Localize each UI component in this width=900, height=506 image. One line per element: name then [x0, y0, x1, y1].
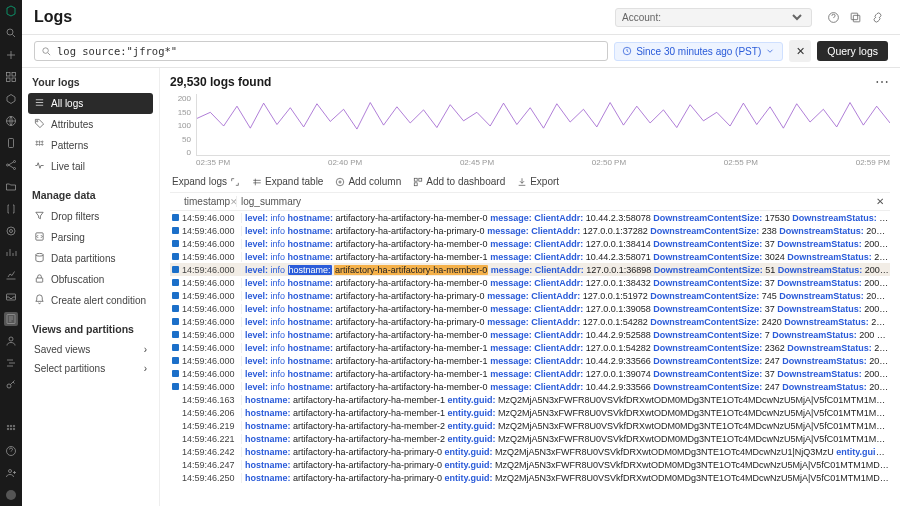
clear-button[interactable]: ✕ [789, 40, 811, 62]
table-row[interactable]: 14:59:46.000level: info hostname: artifa… [170, 328, 890, 341]
results-toolbar: Expand logs Expand table Add column Add … [170, 171, 890, 193]
svg-point-19 [13, 425, 15, 427]
svg-point-15 [9, 337, 13, 341]
sidebar-item-parsing[interactable]: Parsing [28, 227, 153, 248]
grid-icon[interactable] [4, 70, 18, 84]
log-table: timestamp✕ log_summary✕ 14:59:46.000leve… [170, 193, 890, 506]
export-button[interactable]: Export [517, 176, 559, 187]
table-row[interactable]: 14:59:46.000level: info hostname: artifa… [170, 367, 890, 380]
user-icon[interactable] [4, 334, 18, 348]
inbox-icon[interactable] [4, 290, 18, 304]
table-row[interactable]: 14:59:46.000level: info hostname: artifa… [170, 315, 890, 328]
copy-icon[interactable] [844, 6, 866, 28]
sidebar-item-attributes[interactable]: Attributes [28, 114, 153, 135]
histogram-chart: 200150100500 02:35 PM02:40 PM02:45 PM02:… [170, 94, 890, 169]
table-row[interactable]: 14:59:46.000level: info hostname: artifa… [170, 289, 890, 302]
search-input[interactable] [57, 45, 601, 57]
table-row[interactable]: 14:59:46.206hostname: artifactory-ha-art… [170, 406, 890, 419]
table-row[interactable]: 14:59:46.000level: info hostname: artifa… [170, 380, 890, 393]
expand-logs-button[interactable]: Expand logs [172, 176, 240, 187]
phone-icon[interactable] [4, 136, 18, 150]
traces-icon[interactable] [4, 356, 18, 370]
sidebar-item-all-logs[interactable]: All logs [28, 93, 153, 114]
bell-icon [34, 294, 45, 307]
help-icon[interactable] [4, 444, 18, 458]
table-row[interactable]: 14:59:46.000level: info hostname: artifa… [170, 302, 890, 315]
table-row[interactable]: 14:59:46.219hostname: artifactory-ha-art… [170, 419, 890, 432]
table-row[interactable]: 14:59:46.247hostname: artifactory-ha-art… [170, 458, 890, 471]
table-row[interactable]: 14:59:46.000level: info hostname: artifa… [170, 250, 890, 263]
svg-rect-28 [851, 13, 858, 20]
time-range-picker[interactable]: Since 30 minutes ago (PST) [614, 42, 783, 61]
table-row[interactable]: 14:59:46.000level: info hostname: artifa… [170, 276, 890, 289]
table-row[interactable]: 14:59:46.000level: info hostname: artifa… [170, 211, 890, 224]
results-menu-icon[interactable]: ⋯ [875, 74, 890, 90]
share-icon[interactable] [866, 6, 888, 28]
svg-point-11 [7, 227, 15, 235]
plus-icon[interactable] [4, 48, 18, 62]
svg-point-34 [42, 141, 43, 142]
add-dashboard-button[interactable]: Add to dashboard [413, 176, 505, 187]
sidebar-item-select-partitions[interactable]: Select partitions› [28, 359, 153, 378]
sidebar-item-create-alert-condition[interactable]: Create alert condition [28, 290, 153, 311]
svg-rect-27 [853, 15, 860, 21]
svg-rect-40 [36, 278, 42, 282]
col-timestamp[interactable]: timestamp✕ [170, 196, 236, 207]
svg-rect-1 [7, 73, 11, 77]
results-pane: 29,530 logs found ⋯ 200150100500 02:35 P… [160, 68, 900, 506]
folder-icon[interactable] [4, 180, 18, 194]
header: Logs Account: [22, 0, 900, 35]
search-icon[interactable] [4, 26, 18, 40]
sb-manage-title: Manage data [28, 189, 153, 201]
table-row[interactable]: 14:59:46.000level: info hostname: artifa… [170, 224, 890, 237]
help-button[interactable] [822, 6, 844, 28]
table-row[interactable]: 14:59:46.000level: info hostname: artifa… [170, 263, 890, 276]
sidebar-item-live-tail[interactable]: Live tail [28, 156, 153, 177]
apps-icon[interactable] [4, 422, 18, 436]
brackets-icon[interactable] [4, 202, 18, 216]
sidebar-item-patterns[interactable]: Patterns [28, 135, 153, 156]
table-row[interactable]: 14:59:46.163hostname: artifactory-ha-art… [170, 393, 890, 406]
search-box[interactable] [34, 41, 608, 61]
brand-logo-icon[interactable] [4, 4, 18, 18]
svg-point-9 [14, 161, 16, 163]
table-row[interactable]: 14:59:46.250hostname: artifactory-ha-art… [170, 471, 890, 484]
chevron-right-icon: › [144, 363, 147, 374]
sidebar-item-obfuscation[interactable]: Obfuscation [28, 269, 153, 290]
target-icon[interactable] [4, 224, 18, 238]
chart-icon[interactable] [4, 268, 18, 282]
svg-point-18 [10, 425, 12, 427]
table-row[interactable]: 14:59:46.000level: info hostname: artifa… [170, 354, 890, 367]
svg-point-31 [37, 121, 38, 122]
svg-point-22 [13, 428, 15, 430]
sidebar-item-saved-views[interactable]: Saved views› [28, 340, 153, 359]
table-row[interactable]: 14:59:46.000level: info hostname: artifa… [170, 237, 890, 250]
table-row[interactable]: 14:59:46.242hostname: artifactory-ha-art… [170, 445, 890, 458]
invite-icon[interactable] [4, 466, 18, 480]
globe-icon[interactable] [4, 114, 18, 128]
col-summary-close-icon[interactable]: ✕ [876, 196, 890, 207]
key-icon[interactable] [4, 378, 18, 392]
expand-table-button[interactable]: Expand table [252, 176, 323, 187]
avatar-icon[interactable] [4, 488, 18, 502]
table-row[interactable]: 14:59:46.221hostname: artifactory-ha-art… [170, 432, 890, 445]
svg-point-39 [36, 253, 43, 256]
kube-icon[interactable] [4, 92, 18, 106]
logs-icon[interactable] [4, 312, 18, 326]
bars-icon[interactable] [4, 246, 18, 260]
sidebar-item-data-partitions[interactable]: Data partitions [28, 248, 153, 269]
grid-icon [34, 139, 45, 152]
account-picker[interactable]: Account: [615, 8, 812, 27]
query-button[interactable]: Query logs [817, 41, 888, 61]
svg-point-12 [10, 230, 13, 233]
chevron-right-icon: › [144, 344, 147, 355]
col-log-summary[interactable]: log_summary✕ [237, 196, 890, 207]
sidebar-item-drop-filters[interactable]: Drop filters [28, 206, 153, 227]
add-column-button[interactable]: Add column [335, 176, 401, 187]
svg-point-25 [6, 490, 16, 500]
svg-point-8 [7, 164, 9, 166]
network-icon[interactable] [4, 158, 18, 172]
account-select[interactable] [665, 11, 805, 24]
svg-rect-2 [12, 73, 16, 77]
table-row[interactable]: 14:59:46.000level: info hostname: artifa… [170, 341, 890, 354]
